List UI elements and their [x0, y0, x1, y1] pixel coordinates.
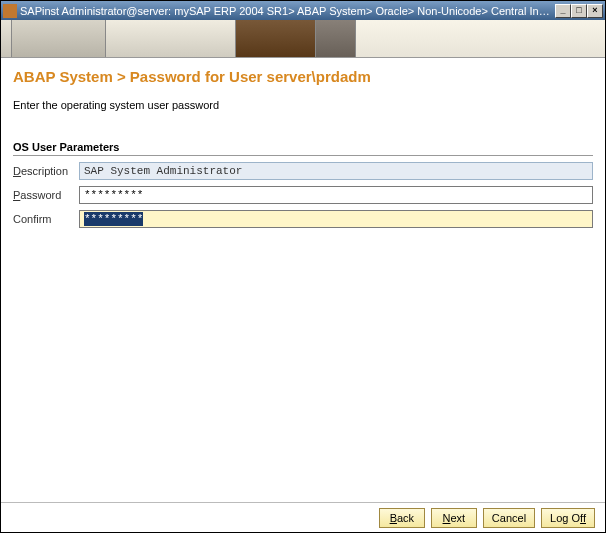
password-input[interactable]: *********	[79, 186, 593, 204]
minimize-button[interactable]: _	[555, 4, 571, 18]
banner-segment	[106, 20, 236, 57]
description-row: Description SAP System Administrator	[13, 162, 593, 180]
next-button[interactable]: Next	[431, 508, 477, 528]
page-title: ABAP System > Password for User server\p…	[13, 68, 593, 85]
window-title: SAPinst Administrator@server: mySAP ERP …	[20, 5, 555, 17]
app-icon	[3, 4, 17, 18]
description-label: Description	[13, 165, 79, 177]
section-header: OS User Parameters	[13, 141, 593, 156]
banner-segment	[1, 20, 11, 57]
logoff-button[interactable]: Log Off	[541, 508, 595, 528]
content-area: ABAP System > Password for User server\p…	[1, 58, 605, 502]
window-controls: _ □ ×	[555, 4, 603, 18]
description-field: SAP System Administrator	[79, 162, 593, 180]
banner-segment	[236, 20, 316, 57]
password-label: Password	[13, 189, 79, 201]
confirm-input[interactable]: *********	[79, 210, 593, 228]
window-titlebar: SAPinst Administrator@server: mySAP ERP …	[1, 1, 605, 20]
instruction-text: Enter the operating system user password	[13, 99, 593, 111]
maximize-button[interactable]: □	[571, 4, 587, 18]
password-row: Password *********	[13, 186, 593, 204]
banner-segment	[316, 20, 356, 57]
close-button[interactable]: ×	[587, 4, 603, 18]
description-value-wrap: SAP System Administrator	[79, 162, 593, 180]
banner-segment	[11, 20, 106, 57]
banner	[1, 20, 605, 58]
cancel-button[interactable]: Cancel	[483, 508, 535, 528]
banner-segment	[356, 20, 605, 57]
confirm-label: Confirm	[13, 213, 79, 225]
confirm-value-wrap: *********	[79, 210, 593, 228]
back-button[interactable]: Back	[379, 508, 425, 528]
confirm-row: Confirm *********	[13, 210, 593, 228]
password-value-wrap: *********	[79, 186, 593, 204]
footer: Back Next Cancel Log Off	[1, 502, 605, 532]
